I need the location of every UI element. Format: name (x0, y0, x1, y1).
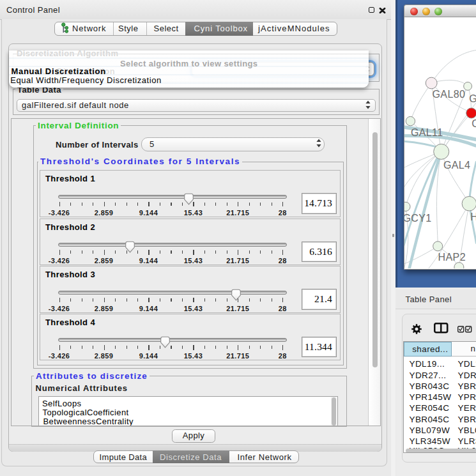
svg-text:GAL80: GAL80 (432, 88, 465, 99)
svg-text:GAL3: GAL3 (469, 93, 476, 104)
svg-text:GAL4: GAL4 (443, 159, 470, 170)
svg-text:CYC8: CYC8 (472, 118, 476, 128)
svg-text:HAP2: HAP2 (438, 251, 465, 262)
svg-text:HAP4: HAP4 (470, 211, 476, 222)
svg-text:GCY1: GCY1 (404, 212, 432, 223)
svg-text:GAL11: GAL11 (410, 127, 443, 137)
